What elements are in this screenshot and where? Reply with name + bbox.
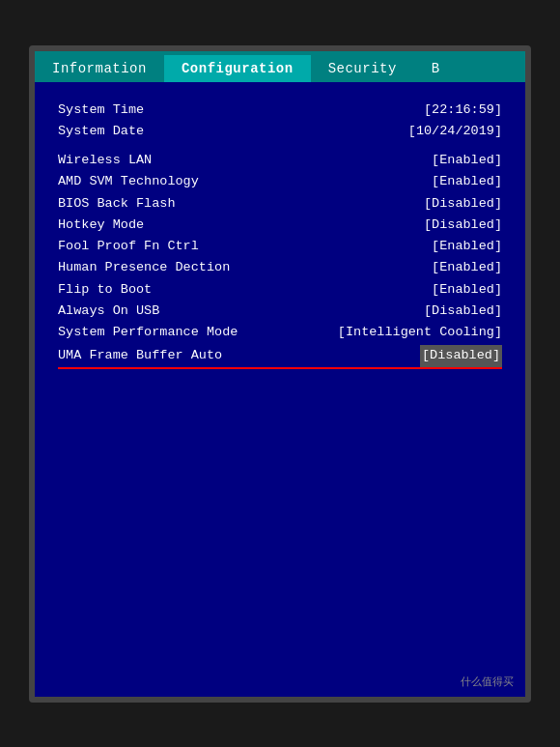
tab-configuration[interactable]: Configuration [164, 55, 311, 82]
row-uma-frame-buffer[interactable]: UMA Frame Buffer Auto [Disabled] [58, 345, 502, 366]
tab-bar: Information Configuration Security B [35, 51, 525, 82]
key-system-time: System Time [58, 100, 251, 121]
val-bios-back-flash: [Disabled] [424, 193, 502, 215]
tab-information[interactable]: Information [35, 55, 164, 82]
key-fool-proof-fn: Fool Proof Fn Ctrl [58, 236, 251, 257]
key-bios-back-flash: BIOS Back Flash [58, 193, 251, 215]
row-flip-to-boot[interactable]: Flip to Boot [Enabled] [58, 279, 502, 301]
key-uma-frame-buffer: UMA Frame Buffer Auto [58, 345, 251, 366]
row-system-time: System Time [22:16:59] [58, 100, 502, 121]
row-fool-proof-fn[interactable]: Fool Proof Fn Ctrl [Enabled] [58, 236, 502, 257]
val-hotkey-mode: [Disabled] [424, 215, 502, 236]
val-always-on-usb: [Disabled] [424, 301, 502, 322]
val-system-date: [10/24/2019] [408, 121, 502, 142]
row-hotkey-mode[interactable]: Hotkey Mode [Disabled] [58, 215, 502, 236]
val-fool-proof-fn: [Enabled] [432, 236, 502, 257]
key-flip-to-boot: Flip to Boot [58, 279, 251, 301]
key-always-on-usb: Always On USB [58, 301, 251, 322]
val-uma-frame-buffer: [Disabled] [420, 345, 502, 366]
val-system-perf: [Intelligent Cooling] [338, 322, 502, 343]
bios-content-area: System Time [22:16:59] System Date [10/2… [35, 82, 525, 697]
val-wireless-lan: [Enabled] [432, 150, 502, 171]
key-amd-svm: AMD SVM Technology [58, 171, 251, 192]
row-always-on-usb[interactable]: Always On USB [Disabled] [58, 301, 502, 322]
tab-security[interactable]: Security [311, 55, 414, 82]
row-human-presence[interactable]: Human Presence Dection [Enabled] [58, 257, 502, 278]
row-bios-back-flash[interactable]: BIOS Back Flash [Disabled] [58, 193, 502, 215]
tab-boot[interactable]: B [414, 55, 458, 82]
row-wireless-lan[interactable]: Wireless LAN [Enabled] [58, 150, 502, 171]
key-wireless-lan: Wireless LAN [58, 150, 251, 171]
val-flip-to-boot: [Enabled] [432, 279, 502, 301]
row-amd-svm[interactable]: AMD SVM Technology [Enabled] [58, 171, 502, 192]
row-system-perf[interactable]: System Performance Mode [Intelligent Coo… [58, 322, 502, 343]
val-amd-svm: [Enabled] [432, 171, 502, 192]
key-system-date: System Date [58, 121, 251, 142]
key-hotkey-mode: Hotkey Mode [58, 215, 251, 236]
val-system-time: [22:16:59] [424, 100, 502, 121]
watermark: 什么值得买 [461, 675, 514, 689]
key-human-presence: Human Presence Dection [58, 257, 251, 278]
key-system-perf: System Performance Mode [58, 322, 251, 343]
bios-screen: Information Configuration Security B Sys… [29, 45, 531, 703]
tab-spacer [458, 55, 525, 82]
val-human-presence: [Enabled] [432, 257, 502, 278]
row-system-date: System Date [10/24/2019] [58, 121, 502, 142]
